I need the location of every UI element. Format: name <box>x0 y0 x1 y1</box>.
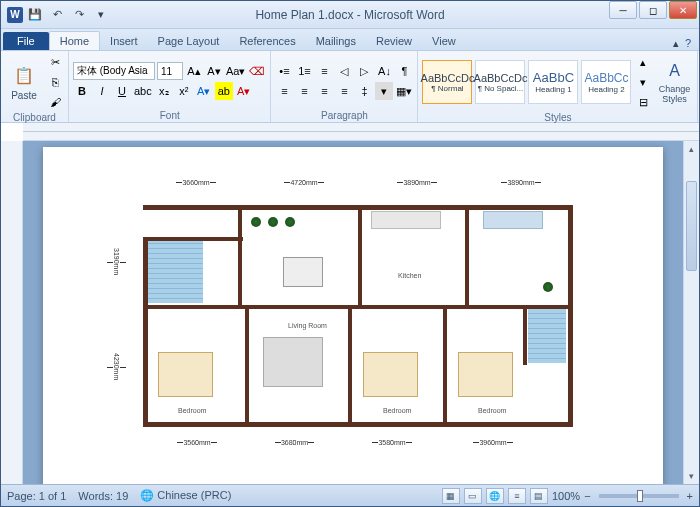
language-indicator[interactable]: 🌐 Chinese (PRC) <box>140 489 231 502</box>
highlight-button[interactable]: ab <box>215 82 233 100</box>
align-right-button[interactable]: ≡ <box>315 82 333 100</box>
format-painter-button[interactable]: 🖌 <box>46 93 64 111</box>
document-area[interactable]: 3660mm 4720mm 3890mm 3890mm 3190mm 4230m… <box>23 141 683 484</box>
minimize-button[interactable]: ─ <box>609 1 637 19</box>
print-layout-view-button[interactable]: ▦ <box>442 488 460 504</box>
undo-icon[interactable]: ↶ <box>47 5 67 25</box>
italic-button[interactable]: I <box>93 82 111 100</box>
dimension-label: 3580mm <box>346 439 438 446</box>
strikethrough-button[interactable]: abc <box>133 82 153 100</box>
grow-font-button[interactable]: A▴ <box>185 62 203 80</box>
font-family-combo[interactable]: 宋体 (Body Asia <box>73 62 155 80</box>
outline-view-button[interactable]: ≡ <box>508 488 526 504</box>
shading-button[interactable]: ▾ <box>375 82 393 100</box>
ribbon-minimize-icon[interactable]: ▴ <box>673 37 679 50</box>
status-bar: Page: 1 of 1 Words: 19 🌐 Chinese (PRC) ▦… <box>1 484 699 506</box>
style-normal[interactable]: AaBbCcDc ¶ Normal <box>422 60 472 104</box>
zoom-in-button[interactable]: + <box>687 490 693 502</box>
styles-scroll-up[interactable]: ▴ <box>634 53 652 71</box>
table-icon <box>283 257 323 287</box>
dimension-label: 3890mm <box>367 179 467 186</box>
dimension-label: 4230mm <box>107 312 126 422</box>
sofa-icon <box>263 337 323 387</box>
scroll-up-icon[interactable]: ▴ <box>684 141 699 157</box>
zoom-level[interactable]: 100% <box>552 490 580 502</box>
tab-insert[interactable]: Insert <box>100 32 148 50</box>
scroll-down-icon[interactable]: ▾ <box>684 468 699 484</box>
change-styles-button[interactable]: A Change Styles <box>655 56 693 108</box>
align-center-button[interactable]: ≡ <box>295 82 313 100</box>
group-paragraph: •≡ 1≡ ≡ ◁ ▷ A↓ ¶ ≡ ≡ ≡ ≡ ‡ ▾ ▦▾ <box>271 51 418 122</box>
tab-home[interactable]: Home <box>49 31 100 50</box>
clear-formatting-button[interactable]: ⌫ <box>248 62 266 80</box>
qat-customize-icon[interactable]: ▾ <box>91 5 111 25</box>
bold-button[interactable]: B <box>73 82 91 100</box>
styles-scroll-down[interactable]: ▾ <box>634 73 652 91</box>
page-indicator[interactable]: Page: 1 of 1 <box>7 490 66 502</box>
zoom-handle[interactable] <box>637 490 643 502</box>
bed-icon <box>363 352 418 397</box>
draft-view-button[interactable]: ▤ <box>530 488 548 504</box>
change-case-button[interactable]: Aa▾ <box>225 62 246 80</box>
full-screen-view-button[interactable]: ▭ <box>464 488 482 504</box>
dimension-label: 3890mm <box>471 179 571 186</box>
dimension-label: 3190mm <box>107 217 126 307</box>
help-icon[interactable]: ? <box>685 37 691 50</box>
ribbon: 📋 Paste ✂ ⎘ 🖌 Clipboard 宋体 (Body Asia 11… <box>1 51 699 123</box>
word-app-icon[interactable]: W <box>7 7 23 23</box>
font-color-button[interactable]: A▾ <box>235 82 253 100</box>
close-button[interactable]: ✕ <box>669 1 697 19</box>
style-no-spacing[interactable]: AaBbCcDc ¶ No Spaci... <box>475 60 525 104</box>
paste-button[interactable]: 📋 Paste <box>5 56 43 108</box>
numbering-button[interactable]: 1≡ <box>295 62 313 80</box>
tab-mailings[interactable]: Mailings <box>306 32 366 50</box>
zoom-slider[interactable] <box>599 494 679 498</box>
font-size-combo[interactable]: 11 <box>157 62 183 80</box>
document-page[interactable]: 3660mm 4720mm 3890mm 3890mm 3190mm 4230m… <box>43 147 663 484</box>
maximize-button[interactable]: ◻ <box>639 1 667 19</box>
style-heading2[interactable]: AaBbCc Heading 2 <box>581 60 631 104</box>
save-icon[interactable]: 💾 <box>25 5 45 25</box>
scroll-thumb[interactable] <box>686 181 697 271</box>
redo-icon[interactable]: ↷ <box>69 5 89 25</box>
borders-button[interactable]: ▦▾ <box>395 82 413 100</box>
dimension-label: 4720mm <box>245 179 363 186</box>
bullets-button[interactable]: •≡ <box>275 62 293 80</box>
underline-button[interactable]: U <box>113 82 131 100</box>
zoom-out-button[interactable]: − <box>584 490 590 502</box>
align-left-button[interactable]: ≡ <box>275 82 293 100</box>
show-marks-button[interactable]: ¶ <box>395 62 413 80</box>
line-spacing-button[interactable]: ‡ <box>355 82 373 100</box>
word-count[interactable]: Words: 19 <box>78 490 128 502</box>
justify-button[interactable]: ≡ <box>335 82 353 100</box>
sort-button[interactable]: A↓ <box>375 62 393 80</box>
tab-references[interactable]: References <box>229 32 305 50</box>
tab-file[interactable]: File <box>3 32 49 50</box>
horizontal-ruler[interactable] <box>23 123 699 141</box>
cut-button[interactable]: ✂ <box>46 53 64 71</box>
multilevel-button[interactable]: ≡ <box>315 62 333 80</box>
tab-view[interactable]: View <box>422 32 466 50</box>
vertical-scrollbar[interactable]: ▴ ▾ <box>683 141 699 484</box>
plant-icon <box>268 217 278 227</box>
tab-page-layout[interactable]: Page Layout <box>148 32 230 50</box>
window-controls: ─ ◻ ✕ <box>607 1 697 19</box>
superscript-button[interactable]: x² <box>175 82 193 100</box>
paste-icon: 📋 <box>12 64 36 88</box>
decrease-indent-button[interactable]: ◁ <box>335 62 353 80</box>
bed-icon <box>458 352 513 397</box>
room-label: Kitchen <box>398 272 421 279</box>
copy-button[interactable]: ⎘ <box>46 73 64 91</box>
floor-plan-drawing: 3660mm 4720mm 3890mm 3890mm 3190mm 4230m… <box>103 177 603 457</box>
text-effects-button[interactable]: A▾ <box>195 82 213 100</box>
tab-review[interactable]: Review <box>366 32 422 50</box>
subscript-button[interactable]: x₂ <box>155 82 173 100</box>
shrink-font-button[interactable]: A▾ <box>205 62 223 80</box>
increase-indent-button[interactable]: ▷ <box>355 62 373 80</box>
styles-more[interactable]: ⊟ <box>634 93 652 111</box>
room-label: Bedroom <box>383 407 411 414</box>
dimension-label: 3680mm <box>247 439 342 446</box>
style-heading1[interactable]: AaBbC Heading 1 <box>528 60 578 104</box>
web-layout-view-button[interactable]: 🌐 <box>486 488 504 504</box>
vertical-ruler[interactable] <box>1 141 23 484</box>
